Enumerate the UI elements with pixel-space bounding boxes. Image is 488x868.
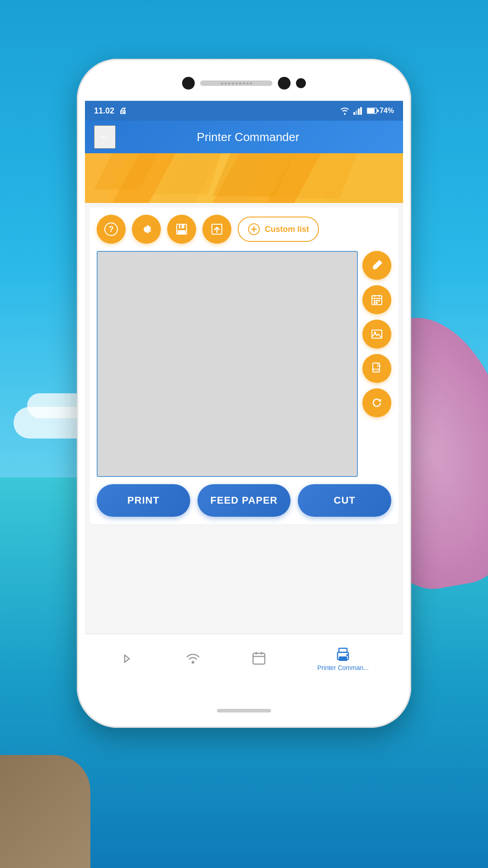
- status-time: 11.02: [94, 106, 114, 116]
- speaker: [200, 80, 272, 86]
- phone-frame: 11.02 🖨: [77, 59, 411, 728]
- battery-svg: [367, 108, 379, 114]
- svg-rect-1: [356, 110, 357, 115]
- camera-dot-right: [296, 78, 306, 88]
- battery-icon: 74%: [367, 107, 394, 115]
- svg-rect-42: [253, 653, 265, 664]
- pdf-tool-button[interactable]: PDF: [362, 354, 391, 383]
- banner: [85, 153, 403, 203]
- speaker-dot: [225, 82, 227, 85]
- refresh-tool-button[interactable]: [362, 388, 391, 417]
- svg-rect-48: [339, 656, 347, 661]
- canvas-area[interactable]: [97, 251, 358, 477]
- speaker-dot: [239, 82, 241, 85]
- status-right: 74%: [340, 107, 394, 115]
- bottom-nav: Printer Comman...: [85, 634, 403, 684]
- printer-nav-label: Printer Comman...: [317, 664, 369, 671]
- settings-button[interactable]: [132, 215, 161, 244]
- wifi-icon: [340, 107, 350, 115]
- svg-point-41: [192, 661, 194, 664]
- back-button[interactable]: ←: [94, 125, 116, 149]
- calendar-tool-button[interactable]: [362, 285, 391, 314]
- calendar-nav-icon: [251, 651, 267, 666]
- land: [0, 755, 90, 868]
- status-left: 11.02 🖨: [94, 106, 127, 116]
- svg-rect-47: [339, 648, 347, 652]
- speaker-dot: [232, 82, 234, 85]
- svg-rect-6: [377, 109, 379, 112]
- svg-text:PDF: PDF: [373, 368, 380, 371]
- camera-dot-mid: [278, 77, 291, 90]
- pdf-icon: PDF: [371, 362, 383, 375]
- speaker-dot: [243, 82, 245, 85]
- speaker-dot: [228, 82, 230, 85]
- bluetooth-nav[interactable]: [119, 651, 135, 668]
- feed-paper-button[interactable]: FEED PAPER: [197, 484, 291, 517]
- plus-circle-icon: [248, 223, 260, 236]
- svg-rect-22: [180, 225, 182, 228]
- svg-rect-23: [178, 230, 186, 234]
- print-status-icon: 🖨: [119, 106, 127, 116]
- speaker-dot: [246, 82, 249, 85]
- svg-rect-5: [367, 108, 375, 113]
- printer-nav-icon: [334, 647, 352, 662]
- toolbar-row: ?: [97, 215, 391, 244]
- save-icon: [174, 222, 189, 236]
- image-icon: [371, 328, 383, 340]
- battery-percent: 74%: [380, 107, 394, 115]
- print-button[interactable]: PRINT: [97, 484, 190, 517]
- help-button[interactable]: ?: [97, 215, 126, 244]
- phone-inner: 11.02 🖨: [85, 67, 403, 720]
- calendar-nav[interactable]: [251, 651, 267, 668]
- custom-list-label: Custom list: [265, 225, 309, 234]
- svg-rect-2: [358, 108, 360, 115]
- image-tool-button[interactable]: [362, 320, 391, 349]
- speaker-dot: [235, 82, 238, 85]
- svg-rect-36: [376, 302, 378, 304]
- camera-dot-left: [182, 77, 195, 90]
- edit-tool-button[interactable]: [362, 251, 391, 280]
- camera-area: [182, 77, 306, 90]
- wifi-nav-icon: [185, 652, 201, 665]
- save-button[interactable]: [167, 215, 196, 244]
- home-indicator[interactable]: [217, 709, 271, 712]
- refresh-icon: [371, 396, 383, 409]
- pencil-icon: [371, 259, 383, 272]
- side-tools: PDF: [362, 251, 391, 477]
- upload-button[interactable]: [202, 215, 231, 244]
- help-icon: ?: [104, 222, 118, 236]
- speaker-dot: [250, 82, 252, 85]
- speaker-dot: [221, 82, 223, 85]
- editor-area: PDF: [97, 251, 391, 477]
- calendar-icon: [371, 293, 383, 306]
- signal-icon: [353, 107, 363, 115]
- svg-point-49: [346, 654, 348, 656]
- custom-list-button[interactable]: Custom list: [238, 217, 319, 242]
- wifi-nav[interactable]: [185, 652, 201, 666]
- main-content: ?: [89, 208, 399, 524]
- action-row: PRINT FEED PAPER CUT: [97, 484, 391, 517]
- app-title: Printer Commander: [125, 130, 371, 144]
- screen: 11.02 🖨: [85, 101, 403, 684]
- svg-text:?: ?: [109, 225, 114, 234]
- settings-icon: [139, 222, 154, 236]
- status-bar: 11.02 🖨: [85, 101, 403, 121]
- svg-rect-33: [376, 300, 378, 302]
- upload-icon: [210, 222, 224, 236]
- cut-button[interactable]: CUT: [298, 484, 391, 517]
- svg-rect-0: [353, 112, 355, 115]
- bluetooth-icon: [119, 651, 135, 666]
- svg-rect-35: [374, 302, 375, 304]
- svg-rect-37: [372, 330, 382, 338]
- banner-decoration: [85, 153, 403, 203]
- svg-rect-32: [374, 300, 375, 302]
- svg-rect-34: [378, 300, 380, 302]
- svg-rect-3: [360, 107, 362, 115]
- printer-nav[interactable]: Printer Comman...: [317, 647, 369, 671]
- app-bar: ← Printer Commander: [85, 121, 403, 153]
